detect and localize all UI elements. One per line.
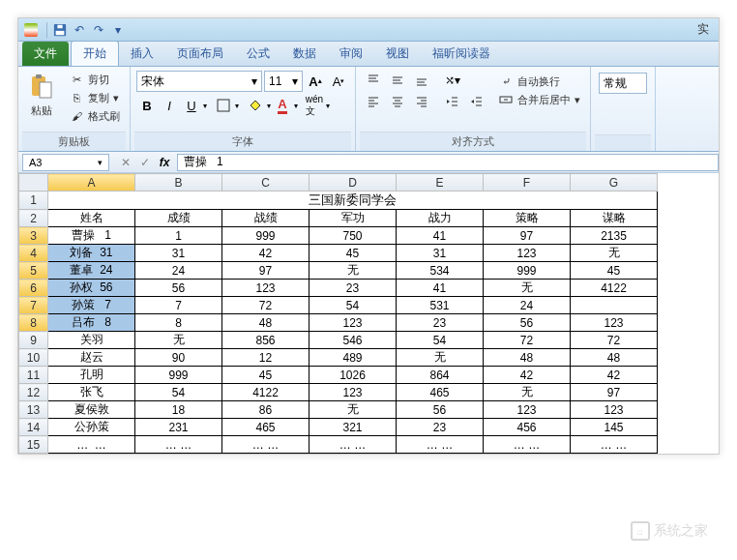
chevron-down-icon[interactable]: ▾	[294, 102, 298, 110]
data-cell[interactable]: 534	[397, 262, 484, 280]
data-cell[interactable]: 86	[222, 401, 310, 419]
font-color-button[interactable]: A	[272, 95, 293, 116]
header-cell[interactable]: 战绩	[222, 210, 310, 227]
italic-button[interactable]: I	[159, 95, 180, 116]
data-cell[interactable]: 999	[484, 262, 571, 280]
data-cell[interactable]: 关羽	[48, 332, 135, 349]
data-cell[interactable]: 23	[397, 419, 484, 436]
tab-view[interactable]: 视图	[374, 42, 421, 66]
data-cell[interactable]: 54	[397, 332, 484, 349]
phonetic-button[interactable]: wén文	[304, 95, 325, 116]
data-cell[interactable]: 456	[484, 419, 571, 436]
number-format-select[interactable]: 常规	[599, 73, 647, 94]
data-cell[interactable]: 2135	[571, 227, 658, 245]
worksheet[interactable]: ABCDEFG1三国新委同学会2姓名成绩战绩军功战力策略谋略3曹操 119997…	[18, 173, 719, 454]
data-cell[interactable]: 123	[484, 245, 571, 262]
data-cell[interactable]: 123	[571, 401, 658, 419]
column-header[interactable]: A	[48, 174, 135, 192]
data-cell[interactable]: … …	[135, 436, 222, 454]
data-cell[interactable]: 41	[397, 227, 484, 245]
align-left-button[interactable]	[362, 92, 385, 111]
row-header[interactable]: 15	[19, 436, 48, 454]
cut-button[interactable]: ✂剪切	[65, 71, 124, 88]
header-cell[interactable]: 成绩	[135, 210, 222, 227]
data-cell[interactable]: 24	[135, 262, 222, 280]
wrap-text-button[interactable]: ⤶自动换行	[494, 73, 584, 90]
data-cell[interactable]: 546	[310, 332, 397, 349]
data-cell[interactable]: 231	[135, 419, 222, 436]
data-cell[interactable]: 145	[571, 419, 658, 436]
data-cell[interactable]: 48	[484, 349, 571, 367]
data-cell[interactable]: 无	[310, 401, 397, 419]
fill-color-button[interactable]	[245, 95, 266, 116]
data-cell[interactable]: 41	[397, 280, 484, 297]
redo-icon[interactable]: ↷	[91, 22, 106, 38]
column-header[interactable]: C	[222, 174, 310, 192]
enter-formula-icon[interactable]: ✓	[136, 154, 154, 171]
data-cell[interactable]: 531	[397, 297, 484, 314]
data-cell[interactable]: 465	[222, 419, 310, 436]
data-cell[interactable]: 23	[310, 280, 397, 297]
align-right-button[interactable]	[410, 92, 433, 111]
tab-insert[interactable]: 插入	[119, 42, 165, 66]
row-header[interactable]: 8	[19, 314, 48, 332]
data-cell[interactable]: 无	[571, 245, 658, 262]
data-cell[interactable]: 321	[310, 419, 397, 436]
tab-review[interactable]: 审阅	[328, 42, 374, 66]
tab-file[interactable]: 文件	[22, 42, 69, 66]
shrink-font-button[interactable]: A▾	[328, 71, 349, 92]
copy-button[interactable]: ⎘复制▾	[65, 89, 124, 106]
tab-pagelayout[interactable]: 页面布局	[165, 42, 235, 66]
data-cell[interactable]: 4122	[222, 384, 310, 401]
data-cell[interactable]: 123	[310, 314, 397, 332]
data-cell[interactable]: 无	[135, 332, 222, 349]
data-cell[interactable]: 45	[222, 367, 310, 384]
data-cell[interactable]: 999	[135, 367, 222, 384]
data-cell[interactable]: 56	[135, 280, 222, 297]
data-cell[interactable]: 赵云	[48, 349, 135, 367]
data-cell[interactable]: … …	[397, 436, 484, 454]
data-cell[interactable]: 孔明	[48, 367, 135, 384]
header-cell[interactable]: 谋略	[571, 210, 658, 227]
formula-bar[interactable]: 曹操 1	[177, 154, 719, 171]
data-cell[interactable]: 孙策 7	[48, 297, 135, 314]
align-middle-button[interactable]	[386, 71, 409, 90]
row-header[interactable]: 4	[19, 245, 48, 262]
column-header[interactable]: B	[135, 174, 222, 192]
data-cell[interactable]: 无	[310, 262, 397, 280]
cancel-formula-icon[interactable]: ✕	[117, 154, 134, 171]
row-header[interactable]: 10	[19, 349, 48, 367]
data-cell[interactable]: 公孙策	[48, 419, 135, 436]
column-header[interactable]: E	[397, 174, 484, 192]
increase-indent-button[interactable]	[465, 92, 488, 111]
align-top-button[interactable]	[362, 71, 385, 90]
column-header[interactable]: D	[310, 174, 397, 192]
data-cell[interactable]: 123	[571, 314, 658, 332]
row-header[interactable]: 12	[19, 384, 48, 401]
data-cell[interactable]: 48	[222, 314, 310, 332]
data-cell[interactable]: 1	[135, 227, 222, 245]
data-cell[interactable]: 48	[571, 349, 658, 367]
data-cell[interactable]: 45	[310, 245, 397, 262]
fx-icon[interactable]: fx	[156, 154, 173, 171]
data-cell[interactable]: 曹操 1	[48, 227, 135, 245]
data-cell[interactable]: 12	[222, 349, 310, 367]
header-cell[interactable]: 军功	[310, 210, 397, 227]
chevron-down-icon[interactable]: ▾	[203, 102, 207, 110]
data-cell[interactable]: 856	[222, 332, 310, 349]
data-cell[interactable]: … …	[571, 436, 658, 454]
data-cell[interactable]: … …	[310, 436, 397, 454]
row-header[interactable]: 5	[19, 262, 48, 280]
data-cell[interactable]: 42	[571, 367, 658, 384]
align-bottom-button[interactable]	[410, 71, 433, 90]
undo-icon[interactable]: ↶	[72, 22, 87, 38]
qat-dropdown-icon[interactable]: ▾	[110, 22, 126, 38]
data-cell[interactable]: 97	[222, 262, 310, 280]
row-header[interactable]: 11	[19, 367, 48, 384]
merge-center-button[interactable]: 合并后居中▾	[494, 91, 584, 108]
data-cell[interactable]: 18	[135, 401, 222, 419]
data-cell[interactable]: 夏侯敦	[48, 401, 135, 419]
data-cell[interactable]: 123	[484, 401, 571, 419]
header-cell[interactable]: 策略	[484, 210, 571, 227]
grow-font-button[interactable]: A▴	[305, 71, 326, 92]
